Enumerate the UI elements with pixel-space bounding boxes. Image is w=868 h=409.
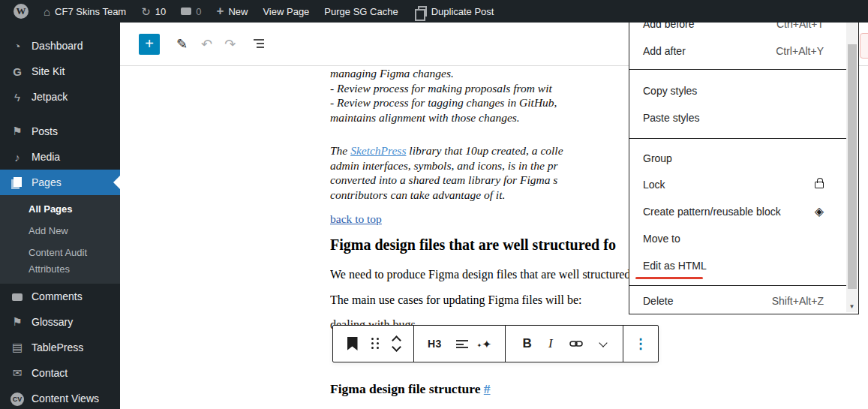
block-controls-group [333, 326, 414, 362]
back-to-top-link[interactable]: back to top [330, 212, 382, 225]
sidebar-item-comments[interactable]: Comments [0, 284, 120, 309]
submenu-label-line: Attributes [29, 261, 120, 278]
duplicate-post-label: Duplicate Post [431, 6, 494, 17]
redo-icon[interactable]: ↷ [224, 38, 236, 51]
drag-handle[interactable] [371, 338, 379, 350]
submenu-all-pages[interactable]: All Pages [0, 201, 120, 218]
purge-cache-label: Purge SG Cache [324, 6, 398, 17]
paragraph-block[interactable]: The SketchPress library that 10up create… [330, 143, 563, 202]
menu-item-label: Create pattern/reusable block [643, 198, 781, 225]
menu-item-create-pattern[interactable]: Create pattern/reusable block ◈ [643, 198, 824, 225]
menu-item-label: Move to [643, 225, 680, 252]
menu-item-edit-as-html[interactable]: Edit as HTML [643, 252, 824, 279]
heading-level-button[interactable]: H3 [428, 338, 442, 350]
sidebar-item-content-views[interactable]: CV Content Views [0, 386, 120, 409]
sidebar-item-tablepress[interactable]: ▤ TablePress [0, 335, 120, 360]
sidebar-label: Dashboard [32, 40, 83, 52]
menu-item-group[interactable]: Group [643, 145, 824, 172]
pages-icon [9, 176, 26, 189]
scroll-down-arrow-icon[interactable]: ▼ [846, 303, 857, 310]
text-line: converted into a shared team library for… [330, 173, 563, 188]
menu-item-lock[interactable]: Lock [643, 171, 824, 198]
edit-tool-icon[interactable]: ✎ [176, 38, 188, 51]
block-mover[interactable] [393, 337, 400, 350]
comments-link[interactable]: 0 [173, 0, 209, 23]
scrollbar-thumb[interactable] [848, 44, 857, 289]
envelope-icon: ✉ [9, 366, 26, 380]
menu-item-delete[interactable]: Delete Shift+Alt+Z [643, 290, 824, 312]
view-page-label: View Page [263, 6, 309, 17]
menu-item-shortcut: Shift+Alt+Z [772, 290, 824, 312]
comments-icon [181, 8, 191, 15]
menu-separator [629, 69, 847, 70]
ai-assistant-button[interactable]: ✦✦ [482, 338, 492, 350]
view-page-link[interactable]: View Page [255, 0, 317, 23]
submenu-content-audit[interactable]: Content Audit Attributes [0, 245, 120, 278]
menu-item-label: Paste styles [643, 104, 699, 131]
comments-count: 0 [196, 6, 201, 17]
bold-button[interactable]: B [522, 336, 531, 351]
menu-item-label: Copy styles [643, 77, 697, 104]
text-line: managing Figma changes. [330, 66, 557, 81]
sketchpress-link[interactable]: SketchPress [350, 144, 406, 157]
options-group: ⋮ [623, 326, 658, 362]
media-icon: ♪ [9, 151, 26, 164]
updates-count: 10 [155, 6, 166, 17]
heading-text: Figma design file structure [330, 381, 484, 396]
menu-scrollbar[interactable]: ▲ ▼ [846, 1, 857, 312]
link-button[interactable] [569, 339, 583, 348]
sidebar-item-glossary[interactable]: ⚑ Glossary [0, 309, 120, 335]
duplicate-post-link[interactable]: Duplicate Post [410, 0, 502, 23]
menu-item-copy-styles[interactable]: Copy styles [643, 77, 824, 104]
new-content-link[interactable]: + New [209, 0, 255, 23]
undo-icon[interactable]: ↶ [201, 38, 212, 51]
block-inserter-button[interactable]: + [139, 34, 160, 55]
updates-link[interactable]: ↻ 10 [134, 0, 173, 23]
paragraph-block[interactable]: We need to produce Figma design files th… [330, 267, 629, 282]
sidebar-label: Glossary [32, 316, 73, 328]
menu-item-shortcut: Ctrl+Alt+Y [776, 38, 824, 65]
home-icon: ⌂ [44, 6, 50, 17]
menu-separator [629, 285, 847, 286]
sidebar-label: Media [32, 151, 60, 163]
sparkle-small-icon: ✦ [477, 343, 482, 349]
block-options-button[interactable]: ⋮ [634, 335, 647, 352]
pages-submenu: All Pages Add New Content Audit Attribut… [0, 195, 120, 284]
sidebar-label: Site Kit [32, 65, 65, 77]
bookmark-icon [347, 337, 358, 350]
text-line: contributors can take advantage of it. [330, 188, 563, 203]
block-type-button[interactable] [347, 337, 358, 350]
format-tools-group: B I [506, 326, 623, 362]
menu-item-paste-styles[interactable]: Paste styles [643, 104, 824, 131]
section-heading[interactable]: Figma design files that are well structu… [330, 236, 616, 254]
sidebar-label: Pages [32, 176, 62, 188]
sidebar-item-pages[interactable]: Pages [0, 170, 120, 195]
paragraph-block[interactable]: managing Figma changes. - Review process… [330, 66, 557, 125]
submenu-add-new[interactable]: Add New [0, 223, 120, 239]
sidebar-item-media[interactable]: ♪ Media [0, 144, 120, 170]
anchor-hash-link[interactable]: # [484, 381, 491, 396]
wordpress-menu[interactable]: W [6, 0, 36, 23]
menu-item-move-to[interactable]: Move to [643, 225, 824, 252]
plus-icon: + [216, 4, 224, 19]
sidebar-item-posts[interactable]: ⚑ Posts [0, 119, 120, 144]
sidebar-item-dashboard[interactable]: ◔ Dashboard [0, 33, 120, 59]
sidebar-label: Jetpack [32, 91, 68, 103]
sidebar-item-jetpack[interactable]: ϟ Jetpack [0, 84, 120, 110]
list-view-icon[interactable] [252, 38, 266, 51]
italic-button[interactable]: I [548, 336, 553, 351]
sidebar-item-contact[interactable]: ✉ Contact [0, 360, 120, 386]
align-text-button[interactable] [455, 338, 469, 349]
purge-cache-link[interactable]: Purge SG Cache [317, 0, 405, 23]
menu-item-add-after[interactable]: Add after Ctrl+Alt+Y [643, 38, 824, 65]
text-line: - Review process for tagging changes in … [330, 95, 557, 110]
selected-heading-block[interactable]: Figma design file structure # [330, 381, 491, 397]
menu-item-label: Add after [643, 38, 686, 65]
paragraph-block[interactable]: The main use cases for updating Figma fi… [330, 293, 581, 308]
sidebar-label: Contact [32, 367, 68, 379]
more-formats-button[interactable] [600, 342, 606, 346]
highlighted-element-fragment [860, 33, 868, 59]
site-name-link[interactable]: ⌂ CF7 Skins Team [36, 0, 134, 23]
sidebar-item-site-kit[interactable]: G Site Kit [0, 59, 120, 84]
move-down-icon[interactable] [392, 342, 401, 352]
